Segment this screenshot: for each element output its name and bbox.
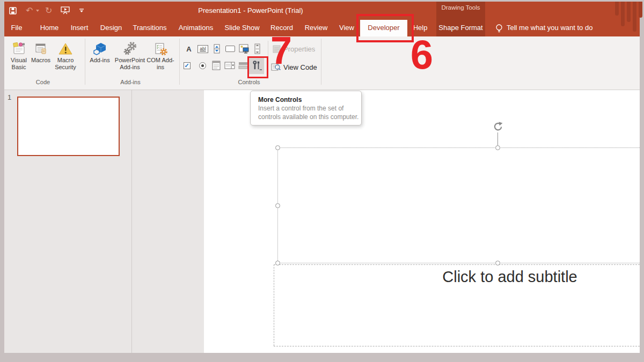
undo-dropdown-icon[interactable] xyxy=(35,2,40,19)
start-slideshow-icon[interactable] xyxy=(60,2,71,19)
panel-divider[interactable] xyxy=(131,90,132,353)
spin-button-control-icon[interactable] xyxy=(210,43,223,55)
tab-developer[interactable]: Developer xyxy=(368,19,399,36)
resize-handle-middle-left[interactable] xyxy=(275,203,280,208)
tab-animations[interactable]: Animations xyxy=(179,19,213,36)
subtitle-placeholder-border-left xyxy=(274,264,274,346)
com-add-ins-label: COM Add-ins xyxy=(145,57,175,71)
resize-handle-bottom-left[interactable] xyxy=(275,261,280,265)
customize-quick-access-icon[interactable] xyxy=(78,2,85,19)
command-button-control-icon[interactable] xyxy=(224,43,237,55)
powerpoint-add-ins-icon xyxy=(109,39,150,56)
more-controls-tooltip: More Controls Insert a control from the … xyxy=(250,91,362,125)
label-control-icon[interactable]: A xyxy=(182,43,195,55)
slide-canvas[interactable] xyxy=(204,90,640,353)
slide-thumbnail[interactable] xyxy=(17,97,120,156)
rotation-handle-icon[interactable] xyxy=(492,121,504,135)
check-box-control-icon[interactable]: ✓ xyxy=(180,60,193,71)
add-ins-group-label: Add-ins xyxy=(120,79,140,85)
tab-view[interactable]: View xyxy=(339,19,354,36)
subtitle-placeholder-border-bottom xyxy=(274,346,640,346)
com-add-ins-icon xyxy=(145,39,175,56)
tooltip-line1: Insert a control from the set of xyxy=(258,105,361,112)
com-add-ins-button[interactable]: COM Add-ins xyxy=(145,39,175,85)
tooltip-line2: controls available on this computer. xyxy=(258,114,361,121)
resize-handle-bottom-middle[interactable] xyxy=(495,261,500,265)
image-control-icon[interactable] xyxy=(238,43,251,55)
group-separator xyxy=(321,39,321,85)
subtitle-placeholder-border-top xyxy=(274,264,640,265)
save-icon[interactable] xyxy=(9,2,17,19)
watermark-bars-icon xyxy=(615,2,642,32)
annotation-number-7: 7 xyxy=(270,31,292,70)
list-box-control-icon[interactable] xyxy=(210,60,223,71)
contextual-group-label: Drawing Tools xyxy=(436,4,485,11)
controls-group-label: Controls xyxy=(238,79,260,85)
title-placeholder-border-top xyxy=(277,147,640,148)
tab-home[interactable]: Home xyxy=(40,19,59,36)
subtitle-placeholder-text[interactable]: Click to add subtitle xyxy=(442,268,577,286)
macro-security-button[interactable]: Macro Security xyxy=(50,39,80,85)
tab-shape-format[interactable]: Shape Format xyxy=(436,19,485,36)
tab-design[interactable]: Design xyxy=(100,19,122,36)
powerpoint-window: ↶ ↻ Presentation1 - PowerPoint (Trial) D… xyxy=(0,0,644,362)
macro-security-label: Macro Security xyxy=(50,57,80,71)
powerpoint-add-ins-button[interactable]: PowerPoint Add-ins xyxy=(109,39,150,85)
tooltip-title: More Controls xyxy=(258,96,361,104)
resize-handle-top-left[interactable] xyxy=(275,145,280,150)
tab-review[interactable]: Review xyxy=(305,19,328,36)
tab-slide-show[interactable]: Slide Show xyxy=(224,19,259,36)
scroll-bar-control-icon[interactable] xyxy=(251,43,264,55)
combo-box-control-icon[interactable] xyxy=(223,60,236,71)
tab-transitions[interactable]: Transitions xyxy=(133,19,166,36)
tab-file[interactable]: File xyxy=(11,19,23,36)
resize-handle-top-middle[interactable] xyxy=(495,145,500,150)
title-placeholder-border-bottom xyxy=(277,263,640,263)
controls-inner-separator xyxy=(268,41,268,78)
code-group-label: Code xyxy=(36,79,50,85)
window-title: Presentation1 - PowerPoint (Trial) xyxy=(165,2,336,19)
lightbulb-icon xyxy=(495,24,503,35)
powerpoint-add-ins-label: PowerPoint Add-ins xyxy=(109,57,150,71)
group-separator xyxy=(179,39,180,85)
option-button-control-icon[interactable] xyxy=(196,60,209,71)
tab-insert[interactable]: Insert xyxy=(71,19,89,36)
annotation-number-6: 6 xyxy=(411,34,433,75)
tell-me-box[interactable]: Tell me what you want to do xyxy=(507,19,592,36)
redo-icon[interactable]: ↻ xyxy=(45,2,52,19)
toggle-button-control-icon[interactable] xyxy=(237,60,250,71)
slide-number: 1 xyxy=(8,93,11,101)
macro-security-icon xyxy=(50,39,80,56)
text-box-control-icon[interactable]: abl xyxy=(196,43,209,55)
more-controls-button-icon[interactable] xyxy=(250,60,263,71)
undo-icon[interactable]: ↶ xyxy=(26,2,33,19)
